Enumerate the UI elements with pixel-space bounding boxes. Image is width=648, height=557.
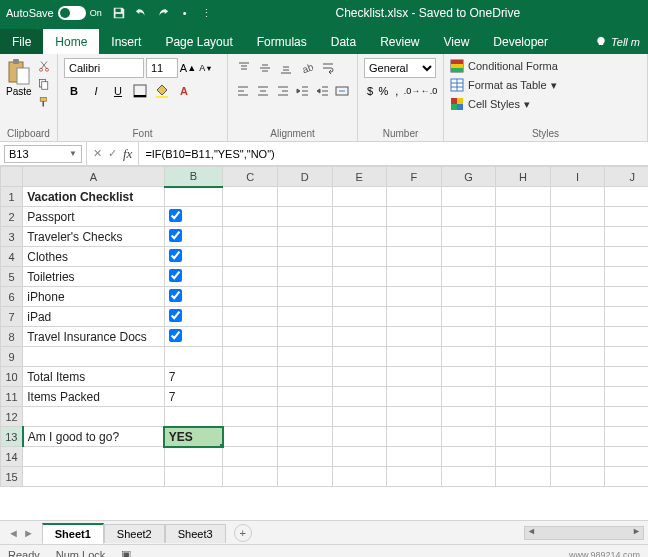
align-bottom-icon[interactable] xyxy=(276,58,296,78)
add-sheet-button[interactable]: + xyxy=(234,524,252,542)
row-5[interactable]: 5Toiletries xyxy=(1,267,649,287)
select-all-corner[interactable] xyxy=(1,167,23,187)
cell-A11[interactable]: Items Packed xyxy=(23,387,165,407)
cell[interactable] xyxy=(550,227,605,247)
cell[interactable] xyxy=(332,247,387,267)
decrease-indent-icon[interactable] xyxy=(293,81,312,101)
cell[interactable] xyxy=(277,407,332,427)
cell[interactable] xyxy=(496,427,551,447)
formula-input[interactable]: =IF(B10=B11,"YES","NO") xyxy=(139,142,648,165)
cell[interactable] xyxy=(496,347,551,367)
col-header-D[interactable]: D xyxy=(277,167,332,187)
font-name-combo[interactable] xyxy=(64,58,144,78)
merge-icon[interactable] xyxy=(332,81,351,101)
cell-B6[interactable] xyxy=(164,287,223,307)
cell-A6[interactable]: iPhone xyxy=(23,287,165,307)
bold-button[interactable]: B xyxy=(64,81,84,101)
row-header-7[interactable]: 7 xyxy=(1,307,23,327)
qat-icon-2[interactable]: ⋮ xyxy=(200,6,214,20)
cell[interactable] xyxy=(441,307,496,327)
wrap-text-icon[interactable] xyxy=(318,58,338,78)
row-2[interactable]: 2Passport xyxy=(1,207,649,227)
horizontal-scrollbar[interactable] xyxy=(524,526,644,540)
cell[interactable] xyxy=(605,447,648,467)
cell[interactable] xyxy=(277,287,332,307)
sheet-tab-2[interactable]: Sheet2 xyxy=(104,524,165,543)
checkbox-6[interactable] xyxy=(169,289,182,302)
row-header-6[interactable]: 6 xyxy=(1,287,23,307)
row-10[interactable]: 10Total Items7 xyxy=(1,367,649,387)
cell[interactable] xyxy=(550,387,605,407)
cell[interactable] xyxy=(223,187,278,207)
cell[interactable] xyxy=(441,387,496,407)
tab-developer[interactable]: Developer xyxy=(481,29,560,54)
align-right-icon[interactable] xyxy=(273,81,292,101)
cell[interactable] xyxy=(387,327,442,347)
cell-A13[interactable]: Am I good to go? xyxy=(23,427,165,447)
increase-indent-icon[interactable] xyxy=(313,81,332,101)
cell[interactable] xyxy=(441,367,496,387)
col-header-A[interactable]: A xyxy=(23,167,165,187)
row-header-12[interactable]: 12 xyxy=(1,407,23,427)
cell[interactable] xyxy=(605,187,648,207)
cell[interactable] xyxy=(223,227,278,247)
cell[interactable] xyxy=(223,387,278,407)
checkbox-7[interactable] xyxy=(169,309,182,322)
cell[interactable] xyxy=(223,347,278,367)
cell[interactable] xyxy=(332,327,387,347)
row-header-13[interactable]: 13 xyxy=(1,427,23,447)
orientation-icon[interactable]: ab xyxy=(297,58,317,78)
cell[interactable] xyxy=(496,387,551,407)
row-header-2[interactable]: 2 xyxy=(1,207,23,227)
chevron-down-icon[interactable]: ▼ xyxy=(69,149,77,158)
col-header-B[interactable]: B xyxy=(164,167,223,187)
cell[interactable] xyxy=(387,187,442,207)
increase-decimal-icon[interactable]: .0→ xyxy=(404,83,420,99)
sheet-nav[interactable]: ◄► xyxy=(0,527,42,539)
cell[interactable] xyxy=(387,447,442,467)
cell[interactable] xyxy=(550,467,605,487)
copy-icon[interactable] xyxy=(36,76,52,92)
tab-page-layout[interactable]: Page Layout xyxy=(153,29,244,54)
row-header-4[interactable]: 4 xyxy=(1,247,23,267)
cell[interactable] xyxy=(387,407,442,427)
cell[interactable] xyxy=(441,207,496,227)
cell[interactable] xyxy=(441,287,496,307)
percent-icon[interactable]: % xyxy=(377,81,389,101)
cell[interactable] xyxy=(332,347,387,367)
cell[interactable] xyxy=(550,407,605,427)
cell[interactable] xyxy=(605,367,648,387)
cell[interactable] xyxy=(332,447,387,467)
cell[interactable] xyxy=(605,407,648,427)
cell[interactable] xyxy=(332,207,387,227)
cell[interactable] xyxy=(332,467,387,487)
cell[interactable] xyxy=(496,307,551,327)
cell-A5[interactable]: Toiletries xyxy=(23,267,165,287)
cell[interactable] xyxy=(605,307,648,327)
col-header-G[interactable]: G xyxy=(441,167,496,187)
row-7[interactable]: 7iPad xyxy=(1,307,649,327)
font-size-combo[interactable] xyxy=(146,58,178,78)
cell[interactable] xyxy=(441,467,496,487)
cell[interactable] xyxy=(441,327,496,347)
cell[interactable] xyxy=(605,247,648,267)
cell-B15[interactable] xyxy=(164,467,223,487)
cell[interactable] xyxy=(277,367,332,387)
col-header-I[interactable]: I xyxy=(550,167,605,187)
cell[interactable] xyxy=(387,467,442,487)
cell[interactable] xyxy=(550,307,605,327)
row-15[interactable]: 15 xyxy=(1,467,649,487)
cell-A9[interactable] xyxy=(23,347,165,367)
cell[interactable] xyxy=(496,267,551,287)
macro-record-icon[interactable]: ▣ xyxy=(121,548,131,557)
row-header-14[interactable]: 14 xyxy=(1,447,23,467)
cell[interactable] xyxy=(332,187,387,207)
cell-A3[interactable]: Traveler's Checks xyxy=(23,227,165,247)
grow-font-icon[interactable]: A▲ xyxy=(180,60,196,76)
checkbox-5[interactable] xyxy=(169,269,182,282)
cell[interactable] xyxy=(496,247,551,267)
cell[interactable] xyxy=(496,327,551,347)
cell[interactable] xyxy=(387,207,442,227)
cell-A14[interactable] xyxy=(23,447,165,467)
checkbox-4[interactable] xyxy=(169,249,182,262)
